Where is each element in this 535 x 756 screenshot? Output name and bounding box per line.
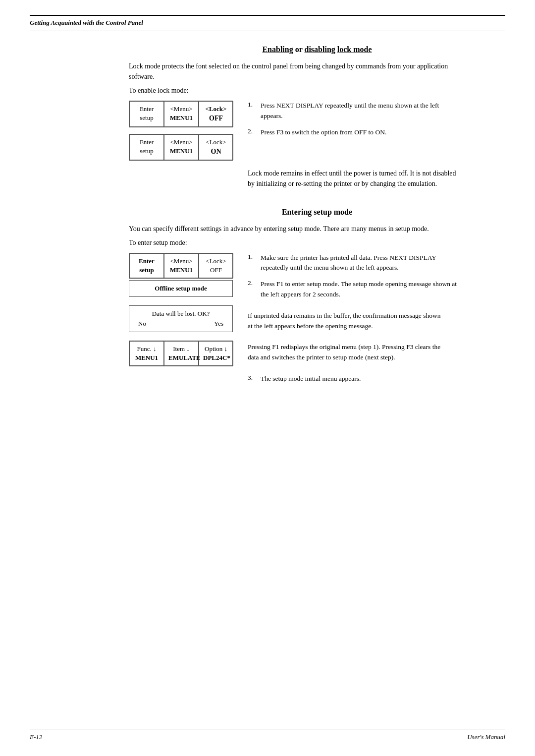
lcd-cell-2-3: <Lock>ON	[199, 134, 233, 160]
lcd-box-3: Entersetup <Menu>MENU1 <Lock>OFF	[129, 253, 233, 279]
lcd-cell-3-2: <Menu>MENU1	[164, 253, 199, 278]
section2-desc1: You can specify different settings in ad…	[129, 224, 466, 234]
section2-steps: 1. Make sure the printer has printed all…	[248, 253, 461, 384]
section2-to-label: To enter setup mode:	[129, 239, 505, 247]
step2-num: 2.	[248, 127, 257, 138]
lcd-cell-3-3: <Lock>OFF	[199, 253, 233, 278]
step1-text: Press NEXT DISPLAY repeatedly until the …	[261, 101, 461, 121]
section2-title: Entering setup mode	[129, 208, 505, 217]
lcd-cell-2-2: <Menu>MENU1	[164, 134, 199, 160]
section1-steps: 1. Press NEXT DISPLAY repeatedly until t…	[248, 101, 461, 138]
s2-step2-text: Press F1 to enter setup mode. The setup …	[261, 279, 461, 300]
lcd-cell-4-3: Option ↓DPL24C*	[199, 341, 233, 366]
section2-diagrams: Entersetup <Menu>MENU1 <Lock>OFF Offline…	[129, 253, 233, 366]
lcd-box-2: Entersetup <Menu>MENU1 <Lock>ON	[129, 134, 233, 161]
s2-step1-text: Make sure the printer has printed all da…	[261, 253, 461, 274]
data-lost-box: Data will be lost. OK? No Yes	[129, 305, 233, 332]
lcd-cell-1-1: Entersetup	[129, 101, 164, 127]
lcd-box-4: Func. ↓MENU1 Item ↓EMULATE Option ↓DPL24…	[129, 341, 233, 366]
lcd-cell-1-2: <Menu>MENU1	[164, 101, 199, 127]
data-lost-yes: Yes	[214, 320, 223, 328]
s2-step3-num: 3.	[248, 374, 257, 384]
page-footer: E-12 User's Manual	[30, 730, 505, 741]
data-lost-no: No	[138, 320, 146, 328]
section1-diagrams: Entersetup <Menu>MENU1 <Lock>OFF Enterse…	[129, 101, 233, 160]
offline-setup-box: Offline setup mode	[129, 280, 233, 297]
lcd-cell-1-3: <Lock>OFF	[199, 101, 233, 127]
s2-step1-num: 1.	[248, 253, 257, 274]
s2-step2-num: 2.	[248, 279, 257, 300]
section1-note: Lock mode remains in effect until the po…	[248, 168, 461, 189]
section1-to-label: To enable lock mode:	[129, 87, 505, 95]
lcd-cell-4-2: Item ↓EMULATE	[164, 341, 199, 366]
section1-title: Enabling or disabling lock mode	[129, 45, 505, 54]
page-header: Getting Acquainted with the Control Pane…	[30, 19, 143, 27]
lcd-cell-4-1: Func. ↓MENU1	[129, 341, 164, 366]
lcd-box-1: Entersetup <Menu>MENU1 <Lock>OFF	[129, 101, 233, 127]
s2-extra1: If unprinted data remains in the buffer,…	[248, 311, 446, 332]
s2-extra2: Pressing F1 redisplays the original menu…	[248, 342, 446, 363]
s2-step3-text: The setup mode initial menu appears.	[261, 374, 361, 384]
lcd-cell-3-1: Entersetup	[129, 253, 164, 278]
footer-manual: User's Manual	[467, 733, 505, 741]
footer-page: E-12	[30, 733, 42, 741]
data-lost-title: Data will be lost. OK?	[134, 310, 227, 318]
step2-text: Press F3 to switch the option from OFF t…	[261, 127, 386, 138]
section1-desc1: Lock mode protects the font selected on …	[129, 61, 466, 82]
step1-num: 1.	[248, 101, 257, 121]
lcd-cell-2-1: Entersetup	[129, 134, 164, 160]
